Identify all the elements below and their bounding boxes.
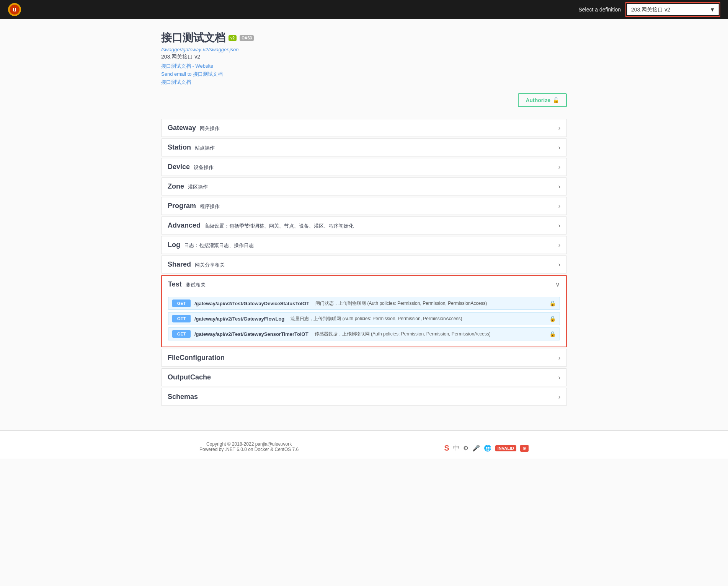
section-program: Program 程序操作 › [161, 197, 567, 215]
section-station: Station 站点操作 › [161, 138, 567, 156]
endpoint-left-3: GET /gateway/api/v2/Test/GatewaySensorTi… [172, 330, 549, 338]
section-test-header[interactable]: Test 测试相关 ∨ [162, 276, 566, 293]
section-advanced: Advanced 高级设置：包括季节性调整、网关、节点、设备、灌区、程序初始化 … [161, 216, 567, 234]
section-advanced-title-area: Advanced 高级设置：包括季节性调整、网关、节点、设备、灌区、程序初始化 [168, 221, 354, 230]
swagger-url-link[interactable]: /swagger/gateway-v2/swagger.json [161, 47, 567, 52]
section-gateway-title: Gateway [168, 124, 196, 132]
section-fileconfiguration: FileConfiguration › [161, 349, 567, 367]
endpoint-row-2[interactable]: GET /gateway/api/v2/Test/GatewayFlowLog … [168, 312, 560, 325]
chevron-right-icon: › [558, 355, 560, 361]
section-zone-title: Zone [168, 182, 184, 190]
section-gateway-title-area: Gateway 网关操作 [168, 124, 220, 132]
section-station-title-area: Station 站点操作 [168, 143, 215, 151]
section-test-subtitle: 测试相关 [186, 282, 206, 288]
section-device: Device 设备操作 › [161, 158, 567, 176]
section-shared-title: Shared [168, 260, 191, 268]
chevron-right-icon: › [558, 144, 560, 151]
section-log-header[interactable]: Log 日志：包括灌溉日志、操作日志 › [162, 236, 566, 254]
endpoint-desc-3: 传感器数据，上传到物联网 (Auth policies: Permission,… [315, 331, 491, 337]
method-badge-get-1: GET [172, 300, 191, 307]
s-icon: S [444, 444, 449, 453]
chevron-right-icon: › [558, 242, 560, 249]
lock-icon-3: 🔒 [549, 331, 556, 337]
section-shared: Shared 网关分享相关 › [161, 256, 567, 273]
endpoint-left-1: GET /gateway/api/v2/Test/GatewayDeviceSt… [172, 300, 549, 307]
footer-copyright: Copyright © 2018-2022 panjia@ulee.work [199, 441, 299, 447]
section-device-subtitle: 设备操作 [194, 164, 214, 170]
chevron-right-icon: › [558, 394, 560, 400]
version-badge: ⊕ [520, 445, 529, 452]
section-station-subtitle: 站点操作 [195, 145, 215, 151]
lock-icon: 🔓 [553, 97, 559, 103]
website-link[interactable]: 接口测试文档 - Website [161, 63, 567, 70]
endpoint-left-2: GET /gateway/api/v2/Test/GatewayFlowLog … [172, 315, 549, 322]
section-station-header[interactable]: Station 站点操作 › [162, 139, 566, 156]
section-list: Gateway 网关操作 › Station 站点操作 › Device 设 [161, 119, 567, 406]
select-definition-label: Select a definition [578, 7, 621, 13]
section-device-title-area: Device 设备操作 [168, 163, 214, 171]
method-badge-get-2: GET [172, 315, 191, 322]
authorize-label: Authorize [526, 97, 550, 103]
endpoint-desc-1: 闸门状态，上传到物联网 (Auth policies: Permission, … [315, 300, 487, 307]
header-right: Select a definition 203.网关接口 v2 其他定义 ▼ [578, 2, 720, 17]
section-program-title: Program [168, 202, 196, 210]
doc-link[interactable]: 接口测试文档 [161, 79, 567, 86]
chevron-right-icon: › [558, 183, 560, 190]
section-advanced-title: Advanced [168, 221, 201, 229]
app-footer: Copyright © 2018-2022 panjia@ulee.work P… [0, 430, 728, 459]
title-row: 接口测试文档 v2 OAS3 [161, 31, 567, 45]
section-advanced-subtitle: 高级设置：包括季节性调整、网关、节点、设备、灌区、程序初始化 [204, 223, 354, 229]
section-zone-title-area: Zone 灌区操作 [168, 182, 208, 190]
settings-icon: ⚙ [463, 444, 468, 452]
section-gateway: Gateway 网关操作 › [161, 119, 567, 137]
app-header: u Select a definition 203.网关接口 v2 其他定义 ▼ [0, 0, 728, 19]
section-shared-subtitle: 网关分享相关 [195, 262, 225, 268]
section-test-title-area: Test 测试相关 [168, 280, 206, 288]
section-schemas-header[interactable]: Schemas › [162, 388, 566, 405]
section-fileconfiguration-title-area: FileConfiguration [168, 354, 225, 362]
endpoint-desc-2: 流量日志，上传到物联网 (Auth policies: Permission, … [291, 316, 462, 322]
section-device-header[interactable]: Device 设备操作 › [162, 158, 566, 176]
chinese-icon: 中 [453, 444, 459, 452]
title-area: 接口测试文档 v2 OAS3 /swagger/gateway-v2/swagg… [161, 31, 567, 86]
section-log-title-area: Log 日志：包括灌溉日志、操作日志 [168, 241, 254, 249]
definition-select[interactable]: 203.网关接口 v2 其他定义 [627, 4, 719, 15]
section-advanced-header[interactable]: Advanced 高级设置：包括季节性调整、网关、节点、设备、灌区、程序初始化 … [162, 217, 566, 234]
chevron-down-icon: ∨ [555, 281, 560, 288]
v2-badge: v2 [229, 35, 237, 41]
section-station-title: Station [168, 143, 191, 151]
section-test-title: Test [168, 280, 182, 288]
chevron-right-icon: › [558, 222, 560, 229]
endpoint-path-1: /gateway/api/v2/Test/GatewayDeviceStatus… [194, 301, 309, 306]
endpoint-path-2: /gateway/api/v2/Test/GatewayFlowLog [194, 316, 284, 322]
footer-bottom: Copyright © 2018-2022 panjia@ulee.work P… [192, 437, 536, 453]
section-shared-title-area: Shared 网关分享相关 [168, 260, 225, 269]
footer-powered-by: Powered by .NET 6.0.0 on Docker & CentOS… [199, 447, 299, 452]
footer-icons: S 中 ⚙ 🎤 🌐 INVALID ⊕ [444, 444, 529, 453]
links-area: 接口测试文档 - Website Send email to 接口测试文档 接口… [161, 63, 567, 86]
section-shared-header[interactable]: Shared 网关分享相关 › [162, 256, 566, 273]
definition-select-wrapper: 203.网关接口 v2 其他定义 ▼ [625, 2, 720, 17]
oas3-badge: OAS3 [240, 35, 254, 41]
mic-icon: 🎤 [472, 444, 480, 452]
chevron-right-icon: › [558, 203, 560, 210]
chevron-right-icon: › [558, 374, 560, 381]
section-fileconfiguration-header[interactable]: FileConfiguration › [162, 349, 566, 366]
section-program-header[interactable]: Program 程序操作 › [162, 197, 566, 215]
endpoint-row-3[interactable]: GET /gateway/api/v2/Test/GatewaySensorTi… [168, 327, 560, 340]
section-zone-header[interactable]: Zone 灌区操作 › [162, 178, 566, 195]
section-program-subtitle: 程序操作 [200, 203, 220, 209]
section-outputcache-title: OutputCache [168, 373, 211, 381]
api-name: 203.网关接口 v2 [161, 54, 567, 60]
endpoint-row-1[interactable]: GET /gateway/api/v2/Test/GatewayDeviceSt… [168, 297, 560, 310]
section-log-subtitle: 日志：包括灌溉日志、操作日志 [184, 243, 254, 248]
authorize-button[interactable]: Authorize 🔓 [518, 93, 567, 107]
section-fileconfiguration-title: FileConfiguration [168, 354, 225, 361]
chevron-right-icon: › [558, 125, 560, 132]
invalid-badge: INVALID [495, 445, 516, 451]
section-outputcache-header[interactable]: OutputCache › [162, 369, 566, 386]
endpoint-list: GET /gateway/api/v2/Test/GatewayDeviceSt… [162, 293, 566, 347]
section-gateway-header[interactable]: Gateway 网关操作 › [162, 119, 566, 137]
chevron-right-icon: › [558, 164, 560, 171]
email-link[interactable]: Send email to 接口测试文档 [161, 71, 567, 78]
